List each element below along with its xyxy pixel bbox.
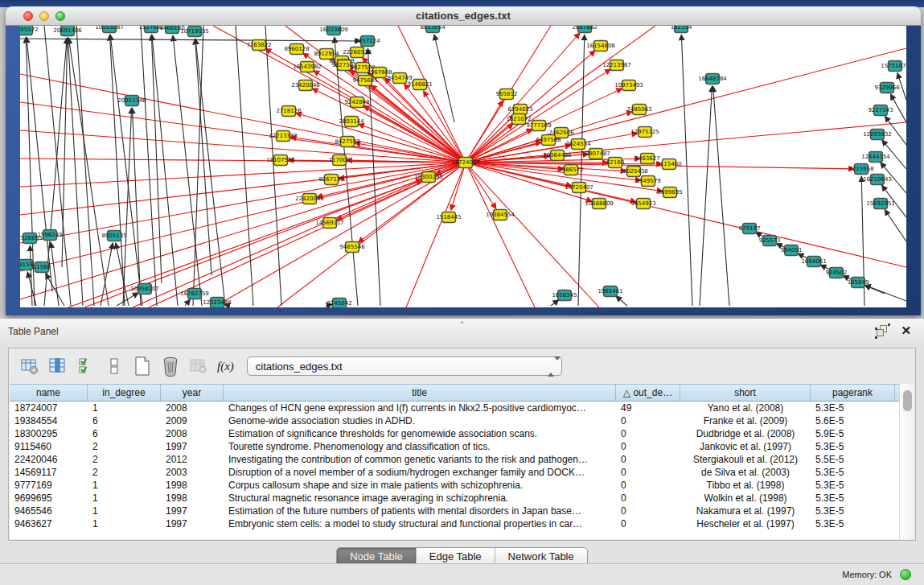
table-row[interactable]: 1872400712008Changes of HCN gene express… [10,402,899,414]
network-node-label: 11568 [33,264,51,270]
column-header[interactable]: title [224,385,616,401]
delete-column-button[interactable] [158,353,183,379]
table-row[interactable]: 1456911722003Disruption of a novel membe… [10,466,899,479]
scrollbar-thumb[interactable] [903,390,912,411]
column-header[interactable]: in_degree [88,385,161,401]
network-node-label: 994051 [781,247,803,253]
network-node-label: 20053346 [117,97,146,104]
network-node-label: 9699695 [657,189,682,196]
show-columns-button[interactable] [45,353,71,379]
column-header[interactable]: year [161,385,224,401]
network-node-label: 9463627 [634,155,659,162]
network-node-label: 8267130 [318,176,343,183]
table-row[interactable]: 977716911998Corpus callosum shape and si… [10,479,899,492]
table-cell: 5.3E-5 [811,517,895,530]
table-selector-dropdown[interactable]: citations_edges.txt [247,356,562,376]
network-node-label: 1694061 [801,258,826,265]
network-node-label: 18724007 [451,159,480,166]
network-node-label: 1621072 [506,116,531,122]
delete-table-button-disabled [186,353,211,379]
table-cell: 18724007 [10,402,88,414]
table-vertical-scrollbar[interactable] [899,384,914,539]
network-node-label: 6497568 [536,137,561,143]
table-cell: 2009 [161,414,224,427]
network-view-window: citations_edges.txt 18724007716382289601… [6,6,921,315]
table-cell: Embryonic stem cells: a model to study s… [224,517,616,530]
table-cell: Stergiakouli et al. (2012) [680,453,811,466]
column-header[interactable]: name [10,385,88,401]
network-node-label: 12323448 [203,299,232,306]
table-header-row[interactable]: namein_degreeyeartitle△ out_de…shortpage… [10,384,899,402]
close-panel-icon[interactable]: ✕ [901,323,911,338]
split-resize-handle[interactable]: ▴ [459,319,466,323]
network-node-label: 182154 [671,26,692,31]
network-node-label: 9465546 [339,244,365,250]
dropdown-arrows-icon [548,360,555,373]
table-toolbar: f(x) citations_edges.txt [9,348,915,384]
table-cell: 49 [616,402,680,414]
table-selector-value: citations_edges.txt [256,360,343,373]
table-cell: 1997 [161,505,224,517]
network-window-title: citations_edges.txt [6,10,921,22]
network-node-label: 9115460 [656,161,681,167]
network-node-label: 16210643 [863,176,892,183]
float-panel-icon[interactable] [877,325,889,337]
table-row[interactable]: 946554611997Estimation of the future num… [10,505,899,517]
table-panel-body: f(x) citations_edges.txt namein_degreeye… [8,348,916,541]
table-row[interactable]: 969969511998Structural magnetic resonanc… [10,492,899,505]
table-cell: 5.3E-5 [811,466,895,479]
table-cell: de Silva et al. (2003) [680,466,811,479]
table-mode-button[interactable] [17,353,43,379]
table-cell: 19384554 [10,414,88,427]
table-cell: 6 [88,427,161,440]
table-cell: 0 [616,427,680,440]
select-all-columns-button[interactable] [73,353,99,379]
network-node-label: 9777169 [526,122,551,129]
network-node-label: 2887682 [572,26,597,31]
network-window-titlebar[interactable]: citations_edges.txt [6,6,921,26]
function-builder-button[interactable]: f(x) [217,360,234,373]
network-node-label: 18107554 [266,157,295,163]
network-node-label: 9146821 [407,81,432,88]
column-header[interactable]: pagerank [811,385,895,401]
table-row[interactable]: 2242004622012Investigating the contribut… [10,453,899,466]
table-row[interactable]: 911546021997Tourette syndrome. Phenomeno… [10,440,899,453]
column-header[interactable]: △ out_de… [616,385,680,401]
unselect-all-columns-button[interactable] [101,353,127,379]
network-node-label: 117006 [329,157,351,163]
table-cell: Changes of HCN gene expression and I(f) … [224,402,616,414]
network-node-label: 1518445 [436,214,461,220]
network-node-label: 16648784 [698,76,727,82]
network-node-label: 1965461 [598,288,622,295]
table-cell: 9699695 [10,492,88,505]
table-cell: Hescheler et al. (1997) [680,517,811,530]
network-node-label: 165049 [848,279,869,286]
table-row[interactable]: 1938455462009Genome-wide association stu… [10,414,899,427]
network-node-label: 2803144 [339,118,364,125]
table-cell: 1997 [161,517,224,530]
table-cell: 0 [616,453,680,466]
table-row[interactable]: 1830029562008Estimation of significance … [10,427,899,440]
network-node-label: 8427552 [335,138,359,145]
network-node-label: 2718126 [276,108,302,114]
table-panel-title: Table Panel [8,326,59,337]
network-canvas[interactable]: 1872400771638228960128891295422260538818… [20,26,906,307]
table-cell: 9463627 [10,517,88,530]
table-cell: Franke et al. (2009) [680,414,811,427]
table-cell: 1 [88,505,161,517]
network-node-label: 16033809 [319,27,348,33]
network-node-label: 10719135 [180,28,209,35]
table-cell: Nakamura et al. (1997) [680,505,811,517]
network-node-label: 8960128 [284,46,309,52]
table-cell: 22420046 [10,453,88,466]
table-row[interactable]: 946362711997Embryonic stem cells: a mode… [10,517,899,530]
column-header[interactable]: short [680,385,811,401]
network-node-label: 7485063 [626,106,651,113]
network-node-label: 935573 [759,237,781,244]
table-cell: 5.3E-5 [811,402,895,414]
table-cell: 9115460 [10,440,88,453]
status-bar: Memory: OK [0,563,924,585]
table-cell: 1 [88,479,161,492]
create-column-button[interactable] [129,353,155,379]
table-cell: Yano et al. (2008) [680,402,811,414]
